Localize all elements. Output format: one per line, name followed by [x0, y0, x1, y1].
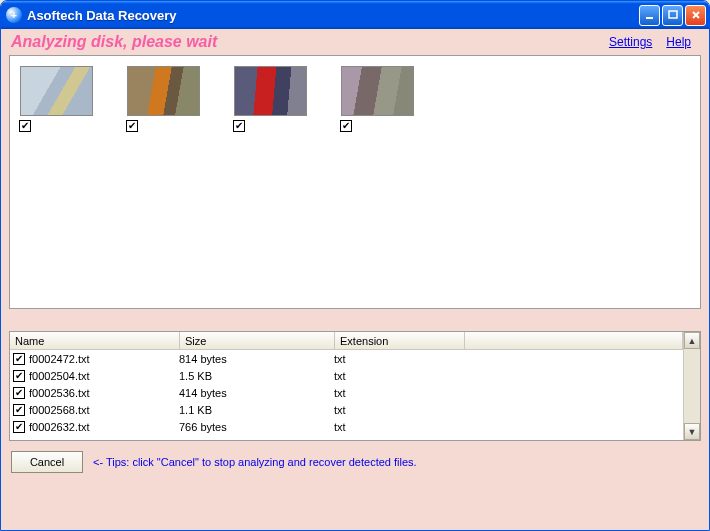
- window-title: Asoftech Data Recovery: [27, 8, 639, 23]
- close-icon: [691, 10, 701, 20]
- checkmark-icon: ✔: [15, 405, 23, 415]
- chevron-up-icon: ▲: [688, 336, 697, 346]
- tip-text: <- Tips: click "Cancel" to stop analyzin…: [93, 456, 417, 468]
- cell-name: f0002632.txt: [29, 421, 179, 433]
- row-checkbox[interactable]: ✔: [13, 421, 25, 433]
- thumbnail-checkbox[interactable]: ✔: [19, 120, 31, 132]
- status-text: Analyzing disk, please wait: [11, 33, 609, 51]
- help-link[interactable]: Help: [666, 35, 691, 49]
- thumbnails-panel: ✔ ✔ ✔ ✔: [9, 55, 701, 309]
- list-body: ✔ f0002472.txt 814 bytes txt ✔ f0002504.…: [10, 350, 683, 440]
- table-row[interactable]: ✔ f0002536.txt 414 bytes txt: [10, 384, 683, 401]
- cell-name: f0002568.txt: [29, 404, 179, 416]
- cell-size: 814 bytes: [179, 353, 334, 365]
- thumbnail-image: [127, 66, 200, 116]
- svg-rect-0: [646, 17, 653, 19]
- app-icon: +: [6, 7, 22, 23]
- scroll-up-button[interactable]: ▲: [684, 332, 700, 349]
- close-button[interactable]: [685, 5, 706, 26]
- thumbnail-item[interactable]: ✔: [127, 66, 200, 116]
- cell-size: 1.1 KB: [179, 404, 334, 416]
- chevron-down-icon: ▼: [688, 427, 697, 437]
- content-area: Analyzing disk, please wait Settings Hel…: [1, 29, 709, 530]
- cell-size: 766 bytes: [179, 421, 334, 433]
- checkmark-icon: ✔: [15, 371, 23, 381]
- column-header-extension[interactable]: Extension: [335, 332, 465, 349]
- checkmark-icon: ✔: [15, 354, 23, 364]
- application-window: + Asoftech Data Recovery Analyzing disk,…: [0, 0, 710, 531]
- cell-ext: txt: [334, 387, 464, 399]
- maximize-button[interactable]: [662, 5, 683, 26]
- window-buttons: [639, 5, 706, 26]
- table-row[interactable]: ✔ f0002504.txt 1.5 KB txt: [10, 367, 683, 384]
- links: Settings Help: [609, 35, 699, 49]
- scroll-track[interactable]: [684, 349, 700, 423]
- row-checkbox[interactable]: ✔: [13, 404, 25, 416]
- column-header-size[interactable]: Size: [180, 332, 335, 349]
- thumbnail-item[interactable]: ✔: [341, 66, 414, 116]
- checkmark-icon: ✔: [342, 121, 350, 131]
- cell-size: 1.5 KB: [179, 370, 334, 382]
- file-list-panel: Name Size Extension ✔ f0002472.txt 814 b…: [9, 331, 701, 441]
- thumbnail-checkbox[interactable]: ✔: [233, 120, 245, 132]
- table-row[interactable]: ✔ f0002632.txt 766 bytes txt: [10, 418, 683, 435]
- cell-name: f0002536.txt: [29, 387, 179, 399]
- list-header: Name Size Extension: [10, 332, 683, 350]
- thumbnail-image: [341, 66, 414, 116]
- row-checkbox[interactable]: ✔: [13, 370, 25, 382]
- thumbnail-item[interactable]: ✔: [20, 66, 93, 116]
- row-checkbox[interactable]: ✔: [13, 353, 25, 365]
- thumbnail-checkbox[interactable]: ✔: [126, 120, 138, 132]
- titlebar[interactable]: + Asoftech Data Recovery: [1, 1, 709, 29]
- spacer: [9, 309, 701, 331]
- cell-ext: txt: [334, 421, 464, 433]
- file-list: Name Size Extension ✔ f0002472.txt 814 b…: [10, 332, 683, 440]
- scrollbar[interactable]: ▲ ▼: [683, 332, 700, 440]
- checkmark-icon: ✔: [235, 121, 243, 131]
- cancel-button[interactable]: Cancel: [11, 451, 83, 473]
- cell-name: f0002472.txt: [29, 353, 179, 365]
- scroll-down-button[interactable]: ▼: [684, 423, 700, 440]
- thumbnail-image: [20, 66, 93, 116]
- column-header-name[interactable]: Name: [10, 332, 180, 349]
- maximize-icon: [668, 10, 678, 20]
- table-row[interactable]: ✔ f0002472.txt 814 bytes txt: [10, 350, 683, 367]
- cell-ext: txt: [334, 370, 464, 382]
- footer: Cancel <- Tips: click "Cancel" to stop a…: [9, 441, 701, 475]
- cell-name: f0002504.txt: [29, 370, 179, 382]
- thumbnail-image: [234, 66, 307, 116]
- cell-ext: txt: [334, 404, 464, 416]
- minimize-button[interactable]: [639, 5, 660, 26]
- checkmark-icon: ✔: [21, 121, 29, 131]
- cell-ext: txt: [334, 353, 464, 365]
- minimize-icon: [645, 10, 655, 20]
- cell-size: 414 bytes: [179, 387, 334, 399]
- checkmark-icon: ✔: [15, 388, 23, 398]
- checkmark-icon: ✔: [15, 422, 23, 432]
- row-checkbox[interactable]: ✔: [13, 387, 25, 399]
- checkmark-icon: ✔: [128, 121, 136, 131]
- thumbnail-item[interactable]: ✔: [234, 66, 307, 116]
- thumbnail-checkbox[interactable]: ✔: [340, 120, 352, 132]
- status-row: Analyzing disk, please wait Settings Hel…: [9, 31, 701, 55]
- column-header-blank[interactable]: [465, 332, 683, 349]
- svg-rect-1: [669, 11, 677, 18]
- table-row[interactable]: ✔ f0002568.txt 1.1 KB txt: [10, 401, 683, 418]
- settings-link[interactable]: Settings: [609, 35, 652, 49]
